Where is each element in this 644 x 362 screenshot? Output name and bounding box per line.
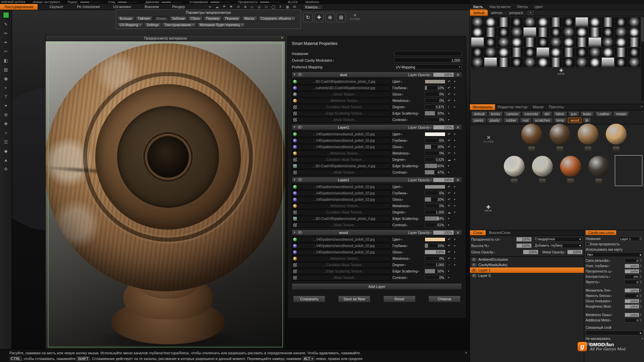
preview-canvas[interactable] xyxy=(46,41,285,350)
collapse-toggle-icon[interactable]: ▼ xyxy=(293,178,297,181)
chevron-down-icon[interactable]: ▾ xyxy=(453,132,457,136)
delete-layer-button[interactable]: X xyxy=(455,230,461,235)
depth-mode-dropdown[interactable]: Добавить глубину ▾ xyxy=(533,243,583,248)
list-tool[interactable]: ☰ xyxy=(2,138,10,145)
spinner-icon[interactable]: ▴▾ xyxy=(640,280,643,284)
star-tool[interactable]: ✦ xyxy=(2,102,10,109)
umbrella-icon[interactable]: ☂ xyxy=(222,5,226,9)
undo-icon[interactable]: ↺ xyxy=(236,5,240,9)
material-thumbnail-2[interactable] xyxy=(575,123,601,153)
selected-material-slot[interactable] xyxy=(615,155,642,186)
brush-preset[interactable] xyxy=(497,38,510,47)
brush-preset[interactable] xyxy=(511,58,523,67)
chevron-down-icon[interactable]: ▾ xyxy=(453,99,457,102)
null-icon[interactable]: ∅ xyxy=(264,5,269,9)
text-tool[interactable]: T xyxy=(2,93,10,100)
spinner-icon[interactable]: ▴▾ xyxy=(640,269,643,273)
brush-preset[interactable] xyxy=(562,58,575,67)
layers-tab-0[interactable]: Слои xyxy=(470,230,486,235)
shade-tool[interactable]: ◐ xyxy=(2,84,10,91)
chevron-down-icon[interactable]: ▾ xyxy=(453,238,457,241)
chevron-down-icon[interactable]: ▾ xyxy=(447,223,450,227)
layer-group-header[interactable]: ▼Layer1Layer Opacity100%X xyxy=(292,177,462,183)
undo-icon[interactable]: ↶ xyxy=(447,145,451,149)
texture-slot-button[interactable]: ...Condition Mask Texture... xyxy=(292,262,391,268)
brush-preset[interactable] xyxy=(628,48,640,57)
property-value[interactable]: 30% xyxy=(425,144,445,149)
current-color-swatch[interactable] xyxy=(3,12,9,18)
texture-slot-button[interactable]: ...Metalness Texture... xyxy=(292,256,391,261)
brush-preset[interactable] xyxy=(537,27,549,37)
material-category-dirt[interactable]: dirt xyxy=(542,111,552,117)
brush-scrollbar[interactable] xyxy=(641,17,644,101)
undo-icon[interactable]: ↶ xyxy=(447,80,451,83)
property-value[interactable]: 50% xyxy=(425,111,445,116)
texture-slot-button[interactable]: ...Metalness Texture... xyxy=(292,203,391,209)
use-as-map-dropdown[interactable]: Нет ▾ xyxy=(586,252,643,257)
brush-preset[interactable] xyxy=(537,48,549,57)
add-preset-tab-button[interactable]: + xyxy=(528,11,533,15)
texture-slot-button[interactable]: ...Mask Texture... xyxy=(292,170,391,175)
property-value[interactable]: 100% xyxy=(425,250,445,254)
height-value[interactable]: 100% xyxy=(516,243,532,248)
flower-tool[interactable]: ✣ xyxy=(2,166,10,172)
brush-preset[interactable] xyxy=(562,48,575,57)
hatch-tool[interactable]: ▨ xyxy=(2,66,10,73)
chevron-down-icon[interactable]: ▾ xyxy=(447,118,450,121)
undo-icon[interactable]: ↶ xyxy=(447,185,451,189)
undo-icon[interactable]: ↶ xyxy=(447,191,451,195)
params-close-button[interactable]: × CLOSE xyxy=(350,13,360,20)
property-value[interactable]: 0,875 xyxy=(425,105,445,109)
texture-slot-button[interactable]: ...Condition Mask Texture... xyxy=(292,209,391,215)
reset-button[interactable]: Reset xyxy=(383,296,416,302)
wave-tool[interactable]: ≈ xyxy=(2,129,10,136)
material-name-input[interactable] xyxy=(394,51,462,56)
cavity-modulator-value[interactable]: 1,000 xyxy=(394,58,462,63)
topbar-mini-control-2[interactable]: Радиус xyxy=(68,0,101,4)
brush-preset[interactable] xyxy=(511,38,523,47)
delete-layer-button[interactable]: X xyxy=(455,125,461,130)
params-dropdown-2[interactable]: Текстурирование▾ xyxy=(162,22,196,27)
undo-icon[interactable]: ↶ xyxy=(447,132,451,136)
property-value[interactable]: 0% xyxy=(425,151,445,156)
prop-value[interactable]: 0 xyxy=(625,280,639,284)
brush-preset[interactable] xyxy=(471,27,484,37)
spinner-icon[interactable]: ▴▾ xyxy=(640,259,643,262)
pin-icon[interactable]: ✦ xyxy=(281,36,283,40)
pan-icon[interactable]: ⊞ xyxy=(336,13,346,22)
property-value[interactable]: 0% xyxy=(425,275,445,280)
move-icon[interactable]: ✚ xyxy=(314,13,324,22)
target-icon[interactable]: ⊕ xyxy=(243,5,248,9)
new-brush-button[interactable]: ✚ NEW xyxy=(554,68,568,75)
undo-icon[interactable]: ↶ xyxy=(447,93,451,96)
undo-icon[interactable]: ↶ xyxy=(447,257,451,260)
add-tool[interactable]: ✚ xyxy=(2,120,10,127)
chevron-down-icon[interactable]: ▾ xyxy=(447,269,450,273)
brush-tool[interactable]: ✎ xyxy=(2,21,10,27)
color-swatch[interactable] xyxy=(425,132,445,136)
brush-preset[interactable] xyxy=(576,27,588,37)
undo-icon[interactable]: ↶ xyxy=(447,99,451,103)
spinner-icon[interactable]: ▴▾ xyxy=(640,275,643,278)
property-value[interactable]: 15% xyxy=(425,243,445,248)
brush-preset[interactable] xyxy=(628,58,640,67)
prop-value[interactable]: 100% xyxy=(625,269,639,274)
undo-icon[interactable]: ↶ xyxy=(447,238,451,241)
square-icon[interactable]: ▫ xyxy=(447,263,451,267)
sun-icon[interactable]: ☀ xyxy=(208,5,212,9)
property-value[interactable]: 0% xyxy=(425,203,445,208)
material-category-bricks[interactable]: bricks xyxy=(488,111,503,117)
property-value[interactable]: 60% xyxy=(425,164,445,168)
material-category-temp[interactable]: temp xyxy=(554,118,567,123)
blend-mode-dropdown[interactable]: Стандартное ▾ xyxy=(533,237,583,242)
materials-tab-2[interactable]: Маски xyxy=(530,104,546,110)
menu-tab-5[interactable]: Рендер xyxy=(168,4,189,10)
brush-panel-tab-0[interactable]: Кисть xyxy=(470,4,486,10)
texture-slot-button[interactable]: ...Mask Texture... xyxy=(292,222,391,228)
menu-tab-2[interactable]: Ре-топология xyxy=(73,4,104,10)
material-category-rubber[interactable]: rubber xyxy=(503,118,519,123)
menu-tab-4[interactable]: Воксели xyxy=(141,4,163,10)
brush-preset[interactable] xyxy=(602,17,614,27)
chevron-down-icon[interactable]: ▾ xyxy=(447,164,450,168)
metal-opacity-value[interactable]: 100% xyxy=(567,250,583,254)
